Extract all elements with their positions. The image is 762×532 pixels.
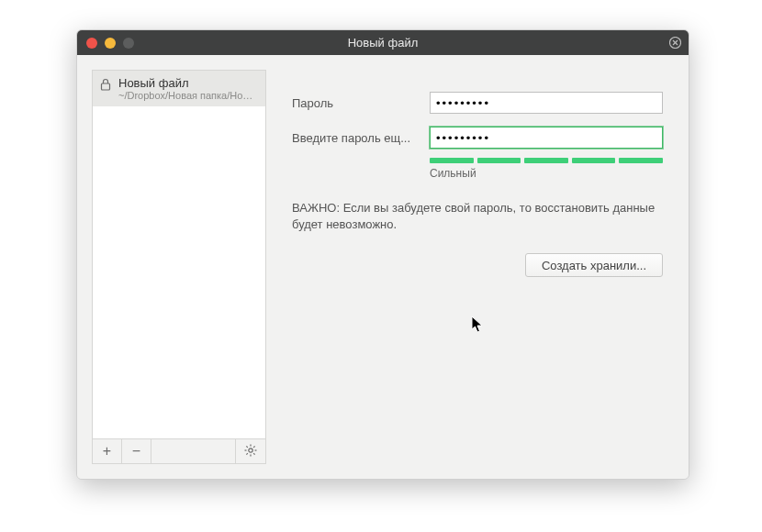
- remove-vault-button[interactable]: −: [122, 439, 151, 463]
- svg-rect-3: [102, 83, 110, 90]
- add-vault-button[interactable]: +: [93, 439, 122, 463]
- svg-line-12: [246, 453, 247, 454]
- plus-icon: +: [103, 444, 111, 459]
- password-label: Пароль: [292, 96, 430, 110]
- confirm-password-input[interactable]: [430, 127, 663, 149]
- sidebar: Новый файл ~/Dropbox/Новая папка/Новы...…: [92, 70, 266, 464]
- vault-item-title: Новый файл: [118, 76, 258, 90]
- actions-row: Создать хранили...: [292, 253, 663, 277]
- titlebar: Новый файл: [77, 30, 689, 55]
- vault-list: Новый файл ~/Dropbox/Новая папка/Новы...: [92, 70, 266, 438]
- gear-icon: [243, 443, 258, 460]
- strength-bars: [430, 158, 663, 163]
- svg-point-4: [249, 448, 252, 451]
- strength-bar: [430, 158, 474, 163]
- strength-bar: [619, 158, 663, 163]
- window-title: Новый файл: [77, 36, 689, 50]
- strength-bar: [572, 158, 616, 163]
- close-window-button[interactable]: [86, 38, 97, 49]
- lock-icon: [100, 76, 113, 94]
- vault-item-path: ~/Dropbox/Новая папка/Новы...: [118, 90, 258, 101]
- minus-icon: −: [132, 444, 140, 459]
- warning-text: ВАЖНО: Если вы забудете свой пароль, то …: [292, 200, 663, 233]
- vault-item-text: Новый файл ~/Dropbox/Новая папка/Новы...: [118, 76, 258, 101]
- password-input[interactable]: [430, 92, 663, 114]
- confirm-row: Введите пароль ещ...: [292, 127, 663, 149]
- strength-bar: [524, 158, 568, 163]
- create-vault-button[interactable]: Создать хранили...: [525, 253, 663, 277]
- sidebar-toolbar: + −: [92, 438, 266, 464]
- strength-label: Сильный: [430, 167, 663, 180]
- confirm-label: Введите пароль ещ...: [292, 131, 430, 145]
- svg-line-9: [246, 446, 247, 447]
- svg-line-10: [253, 453, 254, 454]
- password-strength: Сильный: [430, 158, 663, 180]
- strength-bar: [477, 158, 521, 163]
- settings-button[interactable]: [236, 439, 265, 463]
- window-controls: [86, 38, 134, 49]
- vault-list-item[interactable]: Новый файл ~/Dropbox/Новая папка/Новы...: [93, 71, 265, 106]
- window-body: Новый файл ~/Dropbox/Новая папка/Новы...…: [77, 55, 689, 479]
- app-window: Новый файл Новый фай: [76, 29, 689, 480]
- titlebar-info-icon[interactable]: [668, 37, 681, 50]
- svg-line-11: [253, 446, 254, 447]
- maximize-window-button[interactable]: [123, 38, 134, 49]
- toolbar-spacer: [151, 439, 236, 463]
- minimize-window-button[interactable]: [105, 38, 116, 49]
- main-pane: Пароль Введите пароль ещ... Сильный ВАЖН…: [266, 55, 689, 479]
- password-row: Пароль: [292, 92, 663, 114]
